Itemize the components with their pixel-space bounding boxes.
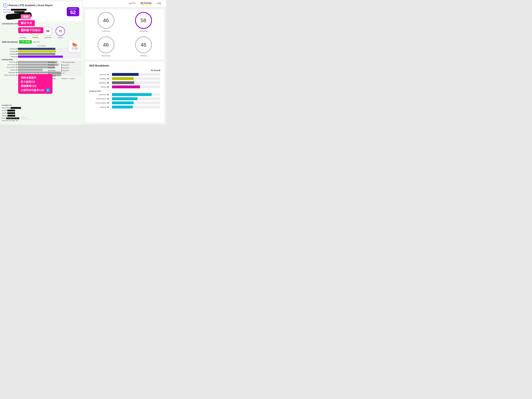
score-circle-listening-label: Listening (102, 30, 110, 32)
centre-info-text: entre Info (33, 41, 40, 43)
sb-bar-listening: Listening 55 (89, 73, 160, 76)
promo-line3: 阅读暴涨15分 (21, 84, 50, 88)
watermelon-brand1: PTE 大西瓜 (72, 47, 78, 49)
promo-line1: 四科全面提升 (21, 76, 50, 80)
sb-bar-reading: Reading 45 (89, 77, 160, 80)
one-on-one-button[interactable]: 一对一技巧课 (19, 40, 32, 44)
sb-bar-speaking: Speaking 46 (89, 81, 160, 84)
slogan2: 顺利拿下目标分 (18, 27, 43, 33)
nav-mypte[interactable]: myPTE (129, 2, 135, 5)
watermelon-logo: 🍉 PTE 大西瓜 Melon English (69, 40, 81, 52)
sb-enabling-bars-container: Grammar 82 Oral Fluency 53 Pronunciation… (89, 93, 160, 108)
overall-score-value: 62 (69, 10, 77, 15)
score-circle-speaking-label: Speaking (101, 55, 110, 57)
circle-writing-label: Writing (58, 37, 63, 38)
score-circle-speaking: 46 (98, 36, 114, 53)
circle-speaking: 59 Speaking (43, 26, 52, 38)
promo-line4: 口语写作均提升13分 ⬆ (21, 88, 50, 92)
top-nav: myPTE My Activity Help (83, 0, 166, 7)
overall-score-label: Overall Score (69, 8, 77, 10)
nav-my-activity[interactable]: My Activity (141, 2, 152, 5)
slogan1: 解决卡分 (18, 20, 35, 26)
score-circle-writing-label: Writing (140, 55, 147, 57)
sb-bar-grammar: Grammar 82 (89, 93, 160, 96)
pearson-title: Pearson | PTE Academic | Score Report (9, 4, 53, 7)
score-circle-reading: 58 (135, 12, 152, 29)
circle-speaking-score: 59 (43, 26, 52, 36)
pearson-logo-icon: P (3, 3, 7, 7)
bar-row-speaking: Speaking 59 (2, 53, 81, 55)
promo-overlay: 四科全面提升 听力提高4分 阅读暴涨15分 口语写作均提升13分 ⬆ (18, 74, 52, 94)
sb-bar-oral-fluency: Oral Fluency 53 (89, 97, 160, 100)
watermelon-icon: 🍉 (72, 42, 78, 47)
overall-score-badge: Overall Score 62 (67, 7, 79, 16)
circle-listening-label: Listening (20, 37, 26, 38)
sb-bar-spelling: Spelling 43 (89, 106, 160, 108)
promo-line2: 听力提高4分 (21, 80, 50, 84)
watermelon-brand2: Melon English (71, 49, 78, 50)
bar-row-writing: Writing 71 (2, 56, 81, 58)
skill-breakdown-section: Skill Breakdown 52 Overall Listening 55 … (85, 62, 164, 123)
enabling-skills-label: Enabling Skills (89, 90, 160, 92)
comm-skills-label: Communicative Skills (0, 23, 83, 25)
candidate-info-label: Candidate Info (2, 104, 21, 107)
score-card-section: 46 Listening 58 Reading 46 Speaking 46 W… (85, 9, 164, 59)
test-info-section: Test NamePTE Academic UKVI Test Date:▌ A… (48, 61, 82, 80)
sb-overall-label: 52 Overall (89, 69, 160, 71)
score-circle-reading-label: Reading (140, 30, 147, 32)
score-writing-item: 46 Writing (127, 36, 160, 57)
right-panel: myPTE My Activity Help 46 Listening 58 R… (83, 0, 166, 125)
circle-writing-score: 71 (56, 26, 65, 36)
sb-bars-container: Listening 55 Reading 45 Speaking 46 Writ… (89, 73, 160, 88)
melon-watermark: Melon En... (6, 115, 31, 121)
circle-writing: 71 Writing (56, 26, 65, 38)
sb-bar-pronunciation: Pronunciation 45 (89, 101, 160, 104)
pearson-header: P Pearson | PTE Academic | Score Report (3, 3, 80, 7)
score-speaking-item: 46 Speaking (89, 36, 123, 57)
score-circle-writing: 46 (135, 36, 152, 53)
circle-speaking-label: Speaking (44, 37, 51, 38)
sb-bar-writing: Writing 58 (89, 85, 160, 88)
skill-breakdown-title: Skill Breakdown (89, 64, 160, 67)
skills-breakdown-title: Skills Breakdown (2, 41, 18, 43)
circle-reading-label: Reading (32, 37, 38, 38)
name-tag: 呆呆 (21, 14, 31, 19)
score-reading-item: 58 Reading (127, 12, 160, 32)
nav-help[interactable]: Help (157, 2, 161, 5)
enabling-skills-title: Enabling Skills (2, 59, 81, 61)
score-circle-listening: 46 (98, 12, 114, 29)
left-panel: P Pearson | PTE Academic | Score Report … (0, 0, 83, 125)
arrow-icon: ⬆ (46, 88, 50, 92)
score-listening-item: 46 Listening (89, 12, 123, 32)
